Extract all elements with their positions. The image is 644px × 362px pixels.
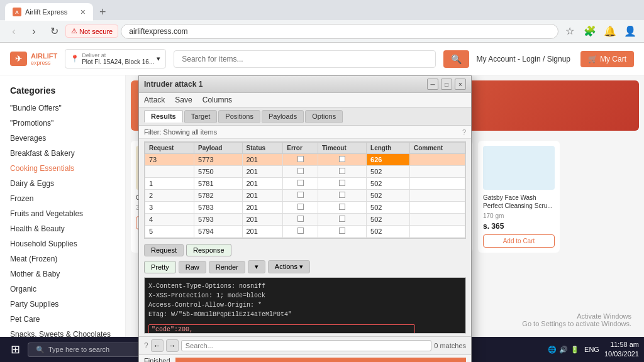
header-actions: My Account - Login / Signup 🛒 My Cart xyxy=(477,51,634,67)
results-table-scroll[interactable]: Request Payload Status Error Timeout Len… xyxy=(144,141,466,239)
menu-save[interactable]: Save xyxy=(175,96,192,104)
help-icon: ? xyxy=(144,341,148,350)
sidebar-item-cooking-essentials[interactable]: Cooking Essentials xyxy=(0,161,125,176)
pretty-tab[interactable]: Pretty xyxy=(144,261,176,273)
close-button[interactable]: × xyxy=(455,79,466,90)
taskbar-search[interactable]: 🔍 Type here to search xyxy=(28,343,141,357)
menu-attack[interactable]: Attack xyxy=(144,96,165,104)
browser-tab[interactable]: A Airlift Express × xyxy=(5,3,93,21)
table-row-highlighted[interactable]: 73 5773 201 626 xyxy=(145,154,465,166)
search-button[interactable]: 🔍 xyxy=(443,50,469,68)
back-button[interactable]: ‹ xyxy=(5,23,23,40)
table-row[interactable]: 25782201502 xyxy=(145,190,465,202)
sidebar-item-mother[interactable]: Mother & Baby xyxy=(0,266,125,282)
sidebar-item-dairy[interactable]: Dairy & Eggs xyxy=(0,176,125,191)
profile-button[interactable]: 👤 xyxy=(621,23,639,40)
new-tab-button[interactable]: + xyxy=(93,3,113,21)
tab-target[interactable]: Target xyxy=(184,110,218,123)
col-payload: Payload xyxy=(194,143,242,154)
minimize-button[interactable]: ─ xyxy=(427,79,438,90)
results-table: Request Payload Status Error Timeout Len… xyxy=(145,142,465,239)
table-row[interactable]: 5750201502 xyxy=(145,166,465,178)
sidebar-item-meat[interactable]: Meat (Frozen) xyxy=(0,251,125,266)
more-tab[interactable]: ▾ xyxy=(248,260,265,273)
tab-favicon: A xyxy=(13,8,21,16)
render-tab[interactable]: Render xyxy=(209,261,245,273)
sidebar-item-breakfast[interactable]: Breakfast & Bakery xyxy=(0,146,125,161)
bookmark-button[interactable]: ☆ xyxy=(561,23,579,40)
maximize-button[interactable]: □ xyxy=(441,79,452,90)
sidebar-item-beverages[interactable]: Beverages xyxy=(0,131,125,146)
actions-tab[interactable]: Actions ▾ xyxy=(268,260,310,273)
main-content: 🌿 Chews 36 gm 36 gm Add to Cart Large Di… xyxy=(126,75,644,362)
table-row[interactable]: 15781201502 xyxy=(145,178,465,190)
search-input[interactable] xyxy=(174,50,435,68)
nav-back-button[interactable]: ← xyxy=(151,339,164,352)
extension-btn-1[interactable]: 🧩 xyxy=(581,23,599,40)
search-input-bottom[interactable] xyxy=(181,340,432,351)
tab-positions[interactable]: Positions xyxy=(218,110,260,123)
window-title: Intruder attack 1 xyxy=(144,80,203,89)
product-qty-5: 170 gm xyxy=(483,212,555,219)
address-bar[interactable] xyxy=(121,24,558,39)
raw-tab[interactable]: Raw xyxy=(179,261,206,273)
response-area: X-Content-Type-Options: nosniff X-XSS-Pr… xyxy=(144,277,466,334)
start-button[interactable]: ⊞ xyxy=(5,339,25,359)
req-tab[interactable]: Request xyxy=(144,244,184,256)
tab-options[interactable]: Options xyxy=(305,110,343,123)
table-row[interactable]: 35783201502 xyxy=(145,202,465,214)
sidebar-item-pet[interactable]: Pet Care xyxy=(0,312,125,327)
sidebar-item-promotions[interactable]: "Promotions" xyxy=(0,116,125,131)
resp-line-2: X-XSS-Protection: 1; mode=block xyxy=(148,291,462,300)
systray-time: 11:58 am 10/03/2021 xyxy=(604,340,639,359)
resp-line-3: Access-Control-Allow-Origin: * xyxy=(148,300,462,310)
sidebar-item-household[interactable]: Household Supplies xyxy=(0,236,125,251)
match-count: 0 matches xyxy=(434,342,466,349)
resp-tab[interactable]: Response xyxy=(186,244,231,256)
security-label: Not secure xyxy=(79,28,113,35)
sidebar: Categories "Bundle Offers" "Promotions" … xyxy=(0,75,126,362)
reload-button[interactable]: ↻ xyxy=(45,23,63,40)
table-row[interactable]: 45793201502 xyxy=(145,214,465,226)
cell-length: 626 xyxy=(367,154,410,166)
cell-status: 201 xyxy=(242,154,283,166)
response-highlight: "code":200, "message":"Your password has… xyxy=(148,324,415,334)
system-tray: 🌐 🔊 🔋 ENG 11:58 am 10/03/2021 xyxy=(548,340,639,359)
logo-brand: AIRLIFT xyxy=(31,52,57,60)
window-menu: Attack Save Columns xyxy=(139,93,471,107)
sidebar-item-party[interactable]: Party Supplies xyxy=(0,297,125,312)
nav-forward-button[interactable]: → xyxy=(166,339,179,352)
sidebar-item-health[interactable]: Health & Beauty xyxy=(0,221,125,236)
main-layout: Categories "Bundle Offers" "Promotions" … xyxy=(0,75,644,362)
table-row[interactable]: 65735201502 xyxy=(145,238,465,239)
systray-icons: 🌐 🔊 🔋 xyxy=(548,346,579,354)
delivery-address: Plot Fl. 15A24, Block 16... xyxy=(82,58,154,65)
cart-button[interactable]: 🛒 My Cart xyxy=(580,51,634,67)
product-image-5 xyxy=(483,146,555,190)
sidebar-item-organic[interactable]: Organic xyxy=(0,282,125,297)
menu-columns[interactable]: Columns xyxy=(203,96,232,104)
tab-close-button[interactable]: × xyxy=(80,7,86,17)
security-badge: ⚠ Not secure xyxy=(65,25,118,38)
security-icon: ⚠ xyxy=(71,27,77,35)
location-button[interactable]: 📍 Deliver at Plot Fl. 15A24, Block 16...… xyxy=(65,49,166,69)
tab-results[interactable]: Results xyxy=(144,110,183,123)
resp-highlight-container: "code":200, "message":"Your password has… xyxy=(148,322,462,334)
account-link[interactable]: My Account - Login / Signup xyxy=(477,55,570,63)
logo: ✈ AIRLIFT express xyxy=(10,52,57,66)
sidebar-item-fruits[interactable]: Fruits and Vegetables xyxy=(0,206,125,221)
tab-payloads[interactable]: Payloads xyxy=(262,110,304,123)
sidebar-item-bundle-offers[interactable]: "Bundle Offers" xyxy=(0,101,125,116)
response-sub-tabs: Pretty Raw Render ▾ Actions ▾ xyxy=(139,259,471,275)
forward-button[interactable]: › xyxy=(25,23,43,40)
add-to-cart-button-5[interactable]: Add to Cart xyxy=(483,234,555,248)
col-request: Request xyxy=(145,143,194,154)
clock-time: 11:58 am xyxy=(604,340,639,349)
extension-btn-2[interactable]: 🔔 xyxy=(601,23,619,40)
network-icon: 🌐 xyxy=(548,346,557,354)
col-length: Length xyxy=(367,143,410,154)
inner-tab-bar: Results Target Positions Payloads Option… xyxy=(139,107,471,126)
table-row[interactable]: 55794201502 xyxy=(145,226,465,238)
sidebar-item-frozen[interactable]: Frozen xyxy=(0,191,125,206)
filter-help-icon[interactable]: ? xyxy=(462,128,466,136)
